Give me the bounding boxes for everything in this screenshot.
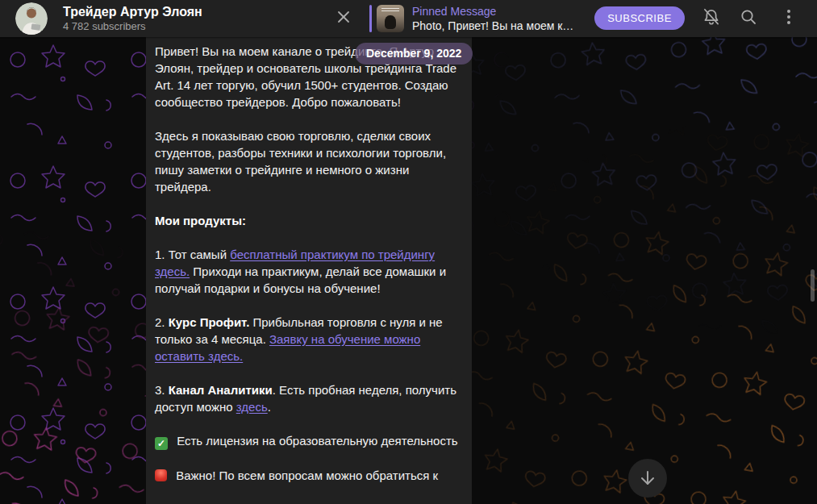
message-paragraph: Важно! По всем вопросам можно обратиться…: [155, 467, 464, 484]
channel-info[interactable]: Трейдер Артур Элоян 4 782 subscribers: [0, 0, 323, 37]
avatar-image: [15, 2, 48, 35]
chat-area: Привет! Вы на моем канале о трейдинге. Я…: [0, 37, 817, 504]
pinned-title: Pinned Message: [412, 5, 496, 18]
white-check-mark-emoji: ✓: [155, 437, 168, 450]
message-text: Приходи на практикум, делай все домашки …: [155, 264, 446, 295]
message-text: Курс Профит.: [169, 315, 250, 329]
pinned-thumbnail: [377, 5, 404, 32]
subscriber-count: 4 782 subscribers: [63, 19, 202, 33]
channel-title: Трейдер Артур Элоян: [63, 4, 202, 19]
message-text: 1. Тот самый: [155, 248, 230, 261]
message-text-block: Привет! Вы на моем канале о трейдинге. Я…: [155, 43, 464, 484]
chat-header: Трейдер Артур Элоян 4 782 subscribers Pi…: [0, 0, 817, 37]
message-text: Важно! По всем вопросам можно обратиться…: [173, 469, 438, 482]
message-text: Есть лицензия на образовательную деятель…: [173, 434, 458, 448]
message-paragraph: 3. Канал Аналитики. Есть пробная неделя,…: [155, 381, 464, 415]
pinned-preview: Photo, Привет! Вы на моем к…: [412, 19, 573, 32]
more-options-icon[interactable]: [775, 3, 802, 31]
message-text: Канал Аналитики: [169, 383, 273, 397]
message-bubble: Привет! Вы на моем канале о трейдинге. Я…: [146, 37, 472, 504]
subscribe-button[interactable]: SUBSCRIBE: [594, 6, 685, 30]
scrollbar-thumb[interactable]: [811, 269, 815, 302]
mute-bell-icon[interactable]: [698, 3, 725, 31]
channel-avatar[interactable]: [15, 2, 48, 35]
message-paragraph: ✓ Есть лицензия на образовательную деяте…: [155, 432, 464, 450]
search-icon[interactable]: [735, 3, 762, 31]
message-paragraph: Здесь я показываю свою торговлю, сделки …: [155, 127, 464, 195]
telegram-channel-window: Трейдер Артур Элоян 4 782 subscribers Pi…: [0, 0, 817, 504]
message-paragraph: Мои продукты:: [155, 212, 464, 229]
close-icon[interactable]: [330, 3, 357, 31]
scroll-down-icon: [638, 469, 657, 488]
message-text: .: [268, 400, 271, 414]
pinned-message-bar[interactable]: Pinned Message Photo, Привет! Вы на моем…: [369, 2, 579, 35]
message-text: Здесь я показываю свою торговлю, сделки …: [155, 129, 446, 194]
police-light-emoji: [155, 469, 167, 481]
message-paragraph: 1. Тот самый бесплатный практикум по тре…: [155, 246, 464, 297]
message-link[interactable]: здесь: [236, 400, 268, 414]
date-chip[interactable]: December 9, 2022: [355, 43, 473, 65]
message-text: 3.: [155, 383, 169, 397]
scroll-down-button[interactable]: [628, 459, 667, 498]
message-paragraph: 2. Курс Профит. Прибыльная торговля с ну…: [155, 314, 464, 364]
message-text: 2.: [155, 315, 169, 329]
message-text: Мои продукты:: [155, 214, 246, 227]
pinned-indicator: [369, 5, 372, 32]
